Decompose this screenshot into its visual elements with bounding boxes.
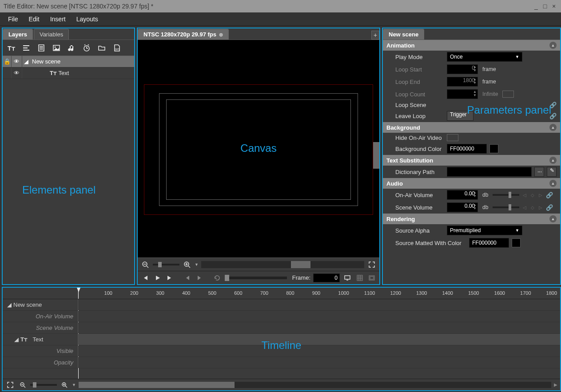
clock-tool-icon[interactable] [80,41,93,55]
params-tab[interactable]: New scene [383,29,424,40]
chevron-down-icon[interactable]: ◢ [24,58,28,65]
menu-edit[interactable]: Edit [24,14,45,24]
goto-end-icon[interactable] [165,273,175,283]
zoom-dropdown-icon[interactable]: ▼ [72,383,76,387]
loop-count-input[interactable]: ▲▼ [447,89,478,99]
safe-icon[interactable] [367,273,377,283]
hide-onair-checkbox[interactable] [447,134,458,141]
section-audio[interactable]: Audio▲ [383,178,560,189]
zoom-slider[interactable] [153,264,179,265]
lock-icon[interactable]: 🔒 [4,58,11,65]
play-mode-select[interactable]: Once▼ [447,52,522,62]
menu-layouts[interactable]: Layouts [71,14,103,24]
loop-icon[interactable] [212,273,222,283]
menu-file[interactable]: File [3,14,24,24]
bg-color-swatch[interactable] [489,144,498,153]
text-tool-icon[interactable]: Tᴛ [4,41,18,55]
chevron-down-icon[interactable]: ◢ [7,301,12,308]
folder-tool-icon[interactable] [95,41,108,55]
browse-button[interactable]: ... [534,167,544,177]
canvas-hscroll[interactable] [201,261,364,268]
frame-input[interactable] [313,273,340,282]
minimize-icon[interactable]: _ [533,3,540,10]
timeline-ruler[interactable]: 1002003004005006007008009001000110012001… [3,288,560,299]
play-icon[interactable] [153,273,163,283]
menu-insert[interactable]: Insert [45,14,71,24]
srt-tool-icon[interactable]: SRT [110,41,123,55]
section-background[interactable]: Background▲ [383,122,560,133]
timeline-row-opacity[interactable]: Opacity [3,357,560,368]
link-icon[interactable]: 🔗 [549,102,557,108]
link-icon[interactable]: 🔗 [549,113,557,119]
collapse-icon[interactable]: ▲ [549,180,557,187]
alpha-select[interactable]: Premultiplied▼ [447,226,522,235]
zoom-out-icon[interactable] [140,260,150,269]
matte-input[interactable] [469,238,509,248]
leave-loop-button[interactable]: Trigger [447,111,473,121]
collapse-icon[interactable]: ▲ [549,157,557,164]
edit-button[interactable]: ✎ [547,167,557,177]
audio-tool-icon[interactable] [65,41,78,55]
prev-frame-icon[interactable] [183,273,192,283]
chevron-down-icon[interactable]: ◢ [14,336,19,343]
matte-swatch[interactable] [512,238,521,247]
dict-path-input[interactable] [447,167,532,177]
list-tool-icon[interactable] [35,41,48,55]
bg-color-input[interactable] [447,144,487,154]
vscroll-thumb[interactable] [373,142,379,169]
canvas-area[interactable]: Canvas [138,40,379,257]
scene-vol-input[interactable]: 0.00▲▼ [447,202,478,212]
layer-root[interactable]: 🔒 👁 ◢ New scene [3,56,134,67]
canvas-tab[interactable]: NTSC 1280x720p 29.97 fps⊗ [138,29,229,40]
tl-zoom-slider[interactable] [30,384,57,386]
collapse-icon[interactable]: ▲ [549,42,557,49]
image-tool-icon[interactable] [50,41,63,55]
tl-zoom-out-icon[interactable] [18,380,28,390]
zoom-in-icon[interactable] [182,260,192,269]
scene-vol-slider[interactable] [493,206,519,208]
scrub-slider[interactable] [225,277,287,279]
grid-icon[interactable] [355,273,365,283]
loop-end-input[interactable]: 1800▲▼ [447,77,478,87]
close-icon[interactable]: × [550,3,557,10]
fullscreen-icon[interactable] [367,260,377,269]
link-icon[interactable]: 🔗 [546,204,553,211]
scroll-right-icon[interactable]: ▶ [554,382,557,387]
layer-text[interactable]: 👁 Tᴛ Text [3,67,134,79]
close-tab-icon[interactable]: ⊗ [219,32,223,37]
timeline-hscroll[interactable] [79,382,551,388]
onair-vol-input[interactable]: 0.00▲▼ [447,190,478,200]
key-icon[interactable]: ◇ [530,205,535,210]
monitor-icon[interactable] [342,273,352,283]
maximize-icon[interactable]: □ [541,3,549,10]
timeline-row-scene[interactable]: ◢New scene [3,299,560,311]
add-tab-button[interactable]: + [371,31,379,40]
link-icon[interactable]: 🔗 [546,192,553,198]
tl-zoom-in-icon[interactable] [60,380,69,390]
eye-icon[interactable]: 👁 [14,70,20,76]
eye-icon[interactable]: 👁 [14,58,20,65]
collapse-icon[interactable]: ▲ [549,215,557,222]
next-frame-icon[interactable] [195,273,205,283]
key-next-icon[interactable]: ▷ [538,205,543,210]
timeline-row-text[interactable]: ◢Tᴛ Text [3,334,560,345]
collapse-icon[interactable]: ▲ [549,124,557,131]
fit-icon[interactable] [5,380,15,390]
onair-vol-slider[interactable] [493,194,519,196]
tab-variables[interactable]: Variables [34,29,69,40]
section-animation[interactable]: Animation▲ [383,40,560,51]
goto-start-icon[interactable] [140,273,150,283]
tab-layers[interactable]: Layers [3,29,33,40]
section-textsub[interactable]: Text Substitution▲ [383,155,560,166]
loop-start-input[interactable]: 0▲▼ [447,64,478,74]
timeline-row-visible[interactable]: Visible [3,345,560,357]
key-prev-icon[interactable]: ◁ [522,193,527,198]
key-next-icon[interactable]: ▷ [538,193,543,198]
timeline-row-scenevol[interactable]: Scene Volume [3,322,560,334]
timeline-row-onair[interactable]: On-Air Volume [3,311,560,322]
align-tool-icon[interactable] [20,41,33,55]
zoom-dropdown-icon[interactable]: ▼ [195,262,199,267]
key-icon[interactable]: ◇ [530,193,535,198]
infinite-checkbox[interactable] [502,91,514,98]
key-prev-icon[interactable]: ◁ [522,205,527,210]
